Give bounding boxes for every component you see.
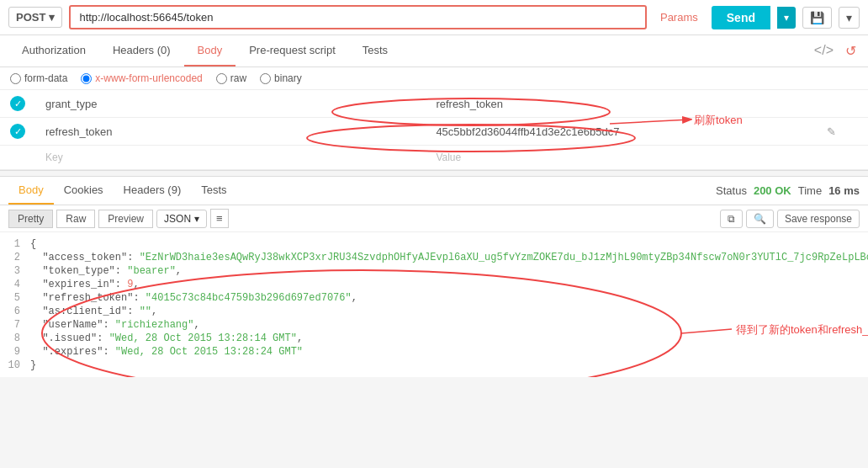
save-icon-button[interactable]: 💾 xyxy=(802,7,832,29)
code-icon[interactable]: </> xyxy=(811,40,837,62)
line-content-7: "userName": "richiezhang", xyxy=(30,319,200,331)
section-divider xyxy=(0,170,868,177)
table-row: ✓ grant_type refresh_token xyxy=(0,90,868,118)
row2-key: refresh_token xyxy=(35,118,426,146)
line-content-6: "as:client_id": "", xyxy=(30,306,157,317)
code-line-2: 2 "access_token": "EzNrWD3haie3esAQwRyJ3… xyxy=(0,251,868,264)
body-type-row: form-data x-www-form-urlencoded raw bina… xyxy=(0,67,868,90)
line-num-2: 2 xyxy=(0,252,30,263)
line-content-9: ".expires": "Wed, 28 Oct 2015 13:28:24 G… xyxy=(30,346,303,358)
time-label: Time xyxy=(798,184,822,197)
line-content-2: "access_token": "EzNrWD3haie3esAQwRyJ38w… xyxy=(30,252,868,263)
form-data-radio[interactable]: form-data xyxy=(10,72,67,84)
code-line-5: 5 "refresh_token": "4015c73c84bc4759b3b2… xyxy=(0,291,868,305)
refresh-icon[interactable]: ↺ xyxy=(842,40,860,62)
code-line-9: 9 ".expires": "Wed, 28 Oct 2015 13:28:24… xyxy=(0,345,868,359)
line-num-3: 3 xyxy=(0,265,30,277)
row1-key: grant_type xyxy=(35,90,426,118)
resp-tab-headers[interactable]: Headers (9) xyxy=(114,177,192,205)
resp-tab-tests[interactable]: Tests xyxy=(191,177,236,205)
copy-button[interactable]: ⧉ xyxy=(720,210,743,228)
code-line-6: 6 "as:client_id": "", xyxy=(0,305,868,318)
code-line-10: 10 } xyxy=(0,359,868,372)
placeholder-row: Key Value xyxy=(0,146,868,170)
key-placeholder[interactable]: Key xyxy=(35,146,426,170)
status-value: 200 OK xyxy=(754,184,791,197)
params-button[interactable]: Params xyxy=(654,8,705,27)
status-label: Status xyxy=(716,184,747,197)
code-area: 1 { 2 "access_token": "EzNrWD3haie3esAQw… xyxy=(0,232,868,377)
line-num-6: 6 xyxy=(0,306,30,317)
search-button[interactable]: 🔍 xyxy=(746,210,774,228)
line-num-10: 10 xyxy=(0,359,30,371)
line-num-5: 5 xyxy=(0,292,30,304)
send-button[interactable]: Send xyxy=(712,6,770,29)
format-button[interactable]: ≡ xyxy=(210,209,229,228)
code-line-3: 3 "token_type": "bearer", xyxy=(0,264,868,278)
method-chevron-icon: ▾ xyxy=(49,11,55,24)
response-actions: ⧉ 🔍 Save response xyxy=(720,210,860,228)
edit-icon[interactable]: ✎ xyxy=(827,125,836,138)
tab-tests[interactable]: Tests xyxy=(349,35,401,66)
url-input[interactable] xyxy=(69,5,647,29)
request-tabs: Authorization Headers (0) Body Pre-reque… xyxy=(0,35,868,67)
json-label: JSON xyxy=(164,213,191,225)
save-response-button[interactable]: Save response xyxy=(777,210,860,228)
line-content-3: "token_type": "bearer", xyxy=(30,265,182,277)
code-line-8: 8 ".issued": "Wed, 28 Oct 2015 13:28:14 … xyxy=(0,332,868,345)
line-num-9: 9 xyxy=(0,346,30,358)
toolbar: POST ▾ Params Send ▾ 💾 ▾ xyxy=(0,0,868,35)
urlencoded-radio[interactable]: x-www-form-urlencoded xyxy=(81,72,202,84)
line-num-8: 8 xyxy=(0,332,30,344)
response-tabs: Body Cookies Headers (9) Tests Status 20… xyxy=(0,177,868,205)
json-chevron-icon: ▾ xyxy=(194,213,199,225)
row2-check[interactable]: ✓ xyxy=(10,124,25,139)
json-format-select[interactable]: JSON ▾ xyxy=(156,210,207,228)
binary-radio[interactable]: binary xyxy=(260,72,302,84)
params-table: ✓ grant_type refresh_token ✓ refresh_tok… xyxy=(0,90,868,170)
params-section: ✓ grant_type refresh_token ✓ refresh_tok… xyxy=(0,90,868,170)
line-content-5: "refresh_token": "4015c73c84bc4759b3b296… xyxy=(30,292,357,304)
table-row: ✓ refresh_token 45c5bbf2d36044ffb41d3e2c… xyxy=(0,118,868,146)
method-label: POST xyxy=(16,11,45,24)
line-num-7: 7 xyxy=(0,319,30,331)
line-content-10: } xyxy=(30,359,36,371)
code-line-1: 1 { xyxy=(0,237,868,251)
tab-pre-request[interactable]: Pre-request script xyxy=(236,35,349,66)
response-toolbar: Pretty Raw Preview JSON ▾ ≡ ⧉ 🔍 Save res… xyxy=(0,205,868,232)
line-content-4: "expires_in": 9, xyxy=(30,279,140,290)
send-dropdown-button[interactable]: ▾ xyxy=(777,7,796,29)
method-selector[interactable]: POST ▾ xyxy=(8,7,62,28)
code-line-7: 7 "userName": "richiezhang", xyxy=(0,318,868,332)
preview-button[interactable]: Preview xyxy=(98,210,153,228)
line-content-8: ".issued": "Wed, 28 Oct 2015 13:28:14 GM… xyxy=(30,332,303,344)
tab-body[interactable]: Body xyxy=(184,35,236,66)
resp-tab-body[interactable]: Body xyxy=(8,177,54,205)
tab-headers[interactable]: Headers (0) xyxy=(99,35,184,66)
pretty-button[interactable]: Pretty xyxy=(8,210,53,228)
line-num-1: 1 xyxy=(0,238,30,250)
row1-value: refresh_token xyxy=(426,90,816,118)
line-num-4: 4 xyxy=(0,279,30,290)
row1-check[interactable]: ✓ xyxy=(10,96,25,111)
raw-radio[interactable]: raw xyxy=(216,72,246,84)
line-content-1: { xyxy=(30,238,36,250)
code-line-4: 4 "expires_in": 9, xyxy=(0,278,868,291)
resp-tab-cookies[interactable]: Cookies xyxy=(54,177,114,205)
code-section: 1 { 2 "access_token": "EzNrWD3haie3esAQw… xyxy=(0,232,868,377)
row2-value: 45c5bbf2d36044ffb41d3e2c1e6b5dc7 xyxy=(426,118,816,146)
value-placeholder[interactable]: Value xyxy=(426,146,816,170)
raw-button[interactable]: Raw xyxy=(56,210,95,228)
time-value: 16 ms xyxy=(828,184,860,197)
response-status-info: Status 200 OK Time 16 ms xyxy=(716,184,860,197)
tab-authorization[interactable]: Authorization xyxy=(8,35,99,66)
dropdown-icon-button[interactable]: ▾ xyxy=(839,7,860,29)
